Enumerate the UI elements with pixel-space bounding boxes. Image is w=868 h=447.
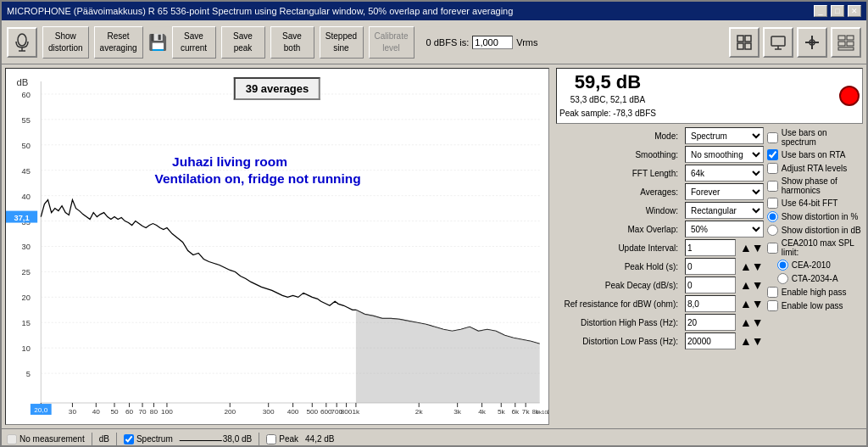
distortion-high-label: Distortion High Pass (Hz): <box>556 318 682 327</box>
annotation-line2: Ventilation on, fridge not running <box>154 171 360 186</box>
spectrum-check[interactable] <box>124 434 134 444</box>
svg-text:20,0: 20,0 <box>34 406 48 414</box>
toolbar: Show distortion Reset averaging 💾 Save c… <box>2 20 866 64</box>
settings-button[interactable] <box>831 27 861 58</box>
show-phase-label: Show phase of harmonics <box>782 176 863 195</box>
window-select[interactable]: Rectangular <box>685 202 764 219</box>
show-distortion-button[interactable]: Show distortion <box>42 26 89 59</box>
fft-select[interactable]: 64k <box>685 165 764 182</box>
use-64bit-check[interactable] <box>767 198 778 209</box>
svg-rect-17 <box>838 47 854 50</box>
svg-rect-3 <box>737 36 743 42</box>
enable-low-pass-label: Enable low pass <box>782 301 843 310</box>
enable-low-pass-check[interactable] <box>767 300 778 311</box>
enable-high-pass-check[interactable] <box>767 287 778 298</box>
use-bars-spectrum-check[interactable] <box>767 132 778 143</box>
svg-text:500: 500 <box>306 408 318 416</box>
peak-hold-label: Peak Hold (s): <box>556 262 682 271</box>
cross-button[interactable] <box>797 27 827 58</box>
window-title: MICROPHONE (Päävoimakkuus) R 65 536-poin… <box>7 6 513 16</box>
averages-select[interactable]: Forever <box>685 183 764 200</box>
db-display: 59,5 dB 53,3 dBC, 52,1 dBA Peak sample: … <box>556 68 863 124</box>
show-distortion-pct-row: Show distortion in % <box>767 211 863 222</box>
peak-decay-label: Peak Decay (dB/s): <box>556 281 682 290</box>
fft-row: FFT Length: 64k <box>556 164 764 182</box>
db-sub-value: 53,3 dBC, 52,1 dBA Peak sample: -78,3 dB… <box>559 93 656 120</box>
distortion-high-row: Distortion High Pass (Hz): ▲▼ <box>556 313 764 332</box>
svg-text:4k: 4k <box>478 408 487 416</box>
distortion-low-input[interactable] <box>685 332 736 349</box>
peak-hold-input[interactable] <box>685 258 736 275</box>
ref-resistance-spinner[interactable]: ▲▼ <box>740 297 764 310</box>
peak-decay-spinner[interactable]: ▲▼ <box>740 278 764 292</box>
status-bar: No measurement dB Spectrum ———— 38,0 dB … <box>2 428 866 447</box>
dBFS-label: 0 dBFS is: <box>426 37 470 47</box>
show-distortion-pct-radio[interactable] <box>767 211 778 222</box>
svg-text:15: 15 <box>22 319 31 327</box>
svg-rect-5 <box>737 43 743 49</box>
show-phase-check[interactable] <box>767 181 778 192</box>
maximize-button[interactable]: □ <box>831 5 844 17</box>
cea2010-radio[interactable] <box>777 260 788 271</box>
grid-view-button[interactable] <box>729 27 760 58</box>
cea2010-max-check[interactable] <box>767 243 778 254</box>
svg-text:800: 800 <box>341 408 353 416</box>
update-interval-label: Update Interval: <box>556 243 682 253</box>
distortion-low-spinner[interactable]: ▲▼ <box>740 334 764 348</box>
ref-resistance-input[interactable] <box>685 295 736 312</box>
monitor-button[interactable] <box>763 27 793 58</box>
update-interval-row: Update Interval: ▲▼ <box>556 238 764 257</box>
peak-status: Peak <box>266 434 298 444</box>
save-both-button[interactable]: Save both <box>270 26 314 59</box>
update-interval-spinner[interactable]: ▲▼ <box>740 241 764 254</box>
svg-rect-6 <box>745 43 751 49</box>
controls-right: Use bars on spectrum Use bars on RTA Adj… <box>767 126 863 350</box>
show-distortion-db-radio[interactable] <box>767 225 778 236</box>
fft-label: FFT Length: <box>556 169 682 178</box>
cta2034a-radio[interactable] <box>777 273 788 284</box>
save-current-button[interactable]: Save current <box>172 26 216 59</box>
peak-decay-input[interactable] <box>685 277 736 293</box>
svg-text:40: 40 <box>22 193 31 201</box>
svg-text:50: 50 <box>22 142 31 150</box>
controls-area: Mode: Spectrum Smoothing: No smoothing F… <box>556 126 863 350</box>
peak-hold-row: Peak Hold (s): ▲▼ <box>556 257 764 276</box>
toolbar-right-icons <box>729 27 861 58</box>
averages-row: Averages: Forever <box>556 182 764 201</box>
window-row: Window: Rectangular <box>556 201 764 220</box>
controls-left: Mode: Spectrum Smoothing: No smoothing F… <box>556 126 764 350</box>
dBFS-input[interactable] <box>472 36 513 49</box>
peak-check[interactable] <box>266 434 276 444</box>
use-bars-rta-check[interactable] <box>767 149 778 160</box>
distortion-high-input[interactable] <box>685 314 736 331</box>
record-indicator <box>839 86 860 106</box>
mode-select[interactable]: Spectrum <box>685 127 764 144</box>
Vrms-label: Vrms <box>516 37 537 47</box>
smoothing-select[interactable]: No smoothing <box>685 146 764 163</box>
update-interval-input[interactable] <box>685 239 736 256</box>
minimize-button[interactable]: _ <box>814 5 827 17</box>
svg-point-0 <box>18 34 26 46</box>
stepped-sine-button[interactable]: Stepped sine <box>320 26 364 59</box>
svg-text:300: 300 <box>263 408 275 416</box>
show-distortion-db-row: Show distortion in dB <box>767 225 863 236</box>
svg-text:20kHz: 20kHz <box>548 408 548 416</box>
distortion-high-spinner[interactable]: ▲▼ <box>740 316 764 329</box>
use-bars-spectrum-label: Use bars on spectrum <box>782 128 863 147</box>
max-overlap-select[interactable]: 50% <box>685 221 764 237</box>
svg-text:200: 200 <box>224 408 236 416</box>
svg-rect-15 <box>847 36 854 40</box>
cea2010-max-row: CEA2010 max SPL limit: <box>767 238 863 257</box>
reset-averaging-button[interactable]: Reset averaging <box>94 26 143 59</box>
mic-icon-button[interactable] <box>7 27 37 58</box>
svg-text:25: 25 <box>22 269 31 277</box>
adjust-rta-check[interactable] <box>767 163 778 174</box>
svg-text:7k: 7k <box>522 408 531 416</box>
peak-hold-spinner[interactable]: ▲▼ <box>740 260 764 273</box>
calibrate-level-button[interactable]: Calibrate level <box>369 26 415 59</box>
save-peak-button[interactable]: Save peak <box>221 26 265 59</box>
close-button[interactable]: ✕ <box>848 5 861 17</box>
show-distortion-pct-label: Show distortion in % <box>782 212 859 221</box>
use-bars-spectrum-row: Use bars on spectrum <box>767 128 863 147</box>
avg-value: 38,0 dB <box>223 434 252 444</box>
